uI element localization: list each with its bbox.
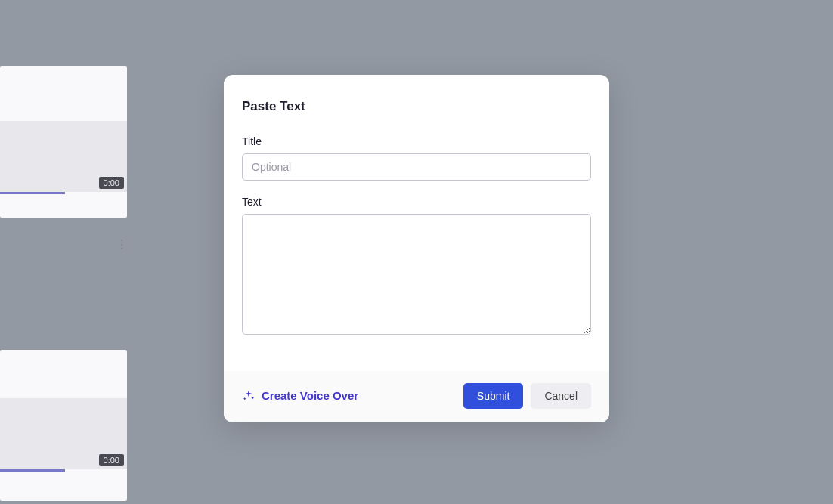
voice-over-label: Create Voice Over bbox=[262, 389, 358, 402]
title-label: Title bbox=[242, 135, 591, 147]
sparkle-icon bbox=[242, 389, 255, 403]
submit-button[interactable]: Submit bbox=[463, 383, 524, 409]
title-input[interactable] bbox=[242, 153, 591, 181]
modal-title: Paste Text bbox=[242, 99, 591, 114]
modal-body: Paste Text Title Text bbox=[224, 75, 609, 371]
modal-overlay: Paste Text Title Text bbox=[0, 0, 833, 504]
title-form-group: Title bbox=[242, 135, 591, 181]
footer-buttons: Submit Cancel bbox=[463, 383, 591, 409]
modal-footer: Create Voice Over Submit Cancel bbox=[224, 371, 609, 422]
text-textarea[interactable] bbox=[242, 214, 591, 335]
paste-text-modal: Paste Text Title Text bbox=[224, 75, 609, 422]
text-label: Text bbox=[242, 196, 591, 208]
create-voice-over-link[interactable]: Create Voice Over bbox=[242, 389, 358, 403]
text-form-group: Text bbox=[242, 196, 591, 338]
cancel-button[interactable]: Cancel bbox=[531, 383, 591, 409]
